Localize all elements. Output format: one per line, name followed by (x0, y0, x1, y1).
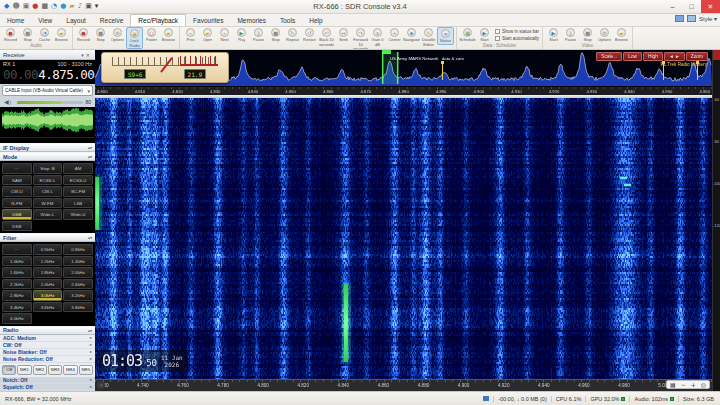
mode-button-am[interactable]: AM (63, 163, 93, 174)
zoom-in-icon[interactable]: + (689, 381, 698, 388)
section-radio[interactable]: Radio▴▾ (0, 326, 95, 335)
nr-button-nr2[interactable]: NR2 (33, 365, 47, 375)
collapse-icon[interactable]: ▴▾ (88, 145, 92, 150)
mode-button-wide-l[interactable]: Wide-L (33, 209, 63, 220)
options-button[interactable]: ⚙Options (596, 27, 613, 43)
menu-tab-favourites[interactable]: Favourites (186, 15, 230, 26)
nr-button-nr3[interactable]: NR3 (48, 365, 62, 375)
volume-slider[interactable] (17, 101, 84, 104)
stop-button[interactable]: ■Stop (579, 27, 596, 43)
frequency-display[interactable]: 00.004.875.000 (3, 67, 92, 82)
mode-button-[interactable]: ··· (2, 163, 32, 174)
collapse-icon[interactable]: ▴▾ (88, 328, 92, 333)
filter-button-2-2khz[interactable]: 2.2kHz (2, 279, 32, 290)
nr-button-nr4[interactable]: NR4 (63, 365, 77, 375)
filter-button-1-0khz[interactable]: 1.0kHz (2, 256, 32, 267)
spectrum-button-[interactable]: ◄ ► (664, 52, 685, 61)
layout-two-icon[interactable] (687, 15, 696, 22)
record-button[interactable]: ●Record (2, 27, 19, 43)
play-button[interactable]: ▶Play (233, 27, 250, 43)
browse-button[interactable]: ▰Browse (160, 27, 177, 43)
waterfall-frequency-scale[interactable]: 4.7204.7404.7604.7804.8004.8204.8404.860… (95, 379, 712, 391)
mode-button-usb[interactable]: USB (2, 209, 32, 220)
waterfall-intensity-scale[interactable]: -60-80-100-120 (712, 50, 720, 391)
stop-button[interactable]: ■Stop (267, 27, 284, 43)
minimize-button[interactable]: – (663, 0, 682, 13)
menu-tab-rec-playback[interactable]: Rec/Playback (130, 14, 186, 26)
stop-button[interactable]: ■Stop (92, 27, 109, 43)
mode-button-w-fm[interactable]: W-FM (33, 198, 63, 209)
filter-button-1-6khz[interactable]: 1.6kHz (2, 267, 32, 278)
center-button[interactable]: +Center (386, 27, 403, 43)
grid-icon[interactable]: ▦ (668, 381, 678, 388)
nr-button-nr1[interactable]: NR1 (17, 365, 31, 375)
panel-header-icons[interactable]: ▾✕ (81, 52, 92, 58)
history-icon[interactable]: ◔ (97, 381, 105, 389)
radio-row-agc-medium[interactable]: AGC: Medium▸ (0, 335, 95, 342)
browse-button[interactable]: ▰Browse (53, 27, 70, 43)
start-button[interactable]: ▶Start (545, 27, 562, 43)
section-if-display[interactable]: IF Display▴▾ (0, 143, 95, 152)
mode-button-cw-u[interactable]: CW-U (2, 186, 32, 197)
spectrum-button-scale[interactable]: Scale... (596, 52, 622, 61)
spectrum-frequency-scale[interactable]: 4.8004.8104.8204.8304.8404.8504.8604.870… (95, 86, 712, 95)
filter-button-3-0khz[interactable]: 3.0kHz (33, 290, 63, 301)
prev-button[interactable]: «Prev (182, 27, 199, 43)
menu-tab-receive[interactable]: Receive (93, 15, 130, 26)
seek-button[interactable]: ↔Seek (335, 27, 352, 43)
gain-0-db-button[interactable]: ±Gain 0 dB (369, 27, 386, 47)
mode-button-step-b[interactable]: Step: B (33, 163, 63, 174)
target-icon[interactable]: ◎ (699, 381, 708, 388)
radio-row-squelch-off[interactable]: Squelch: Off▸ (0, 384, 95, 391)
pause-button[interactable]: ‖Pause (562, 27, 579, 43)
filter-button-3-2khz[interactable]: 3.2kHz (63, 290, 93, 301)
schedule-button[interactable]: ▦Schedule (459, 27, 476, 43)
filter-button-3-4khz[interactable]: 3.4kHz (2, 302, 32, 313)
mode-button-ecss-l[interactable]: ECSS-L (33, 175, 63, 186)
filter-button-1-8khz[interactable]: 1.8kHz (33, 267, 63, 278)
waterfall[interactable]: 01:0350 11 Jan2026 (95, 98, 712, 379)
options-button[interactable]: ⚙Options (109, 27, 126, 43)
status-button[interactable]: ≡Status (437, 27, 454, 45)
filter-button-2-8khz[interactable]: 2.8kHz (2, 290, 32, 301)
record-button[interactable]: ●Record (75, 27, 92, 43)
menu-tab-help[interactable]: Help (302, 15, 329, 26)
filter-button-[interactable]: ··· (2, 244, 32, 255)
mode-button-cw-l[interactable]: CW-L (33, 186, 63, 197)
waterfall-canvas[interactable] (95, 98, 712, 379)
filter-button-2-6khz[interactable]: 2.6kHz (63, 279, 93, 290)
forward-10-seconds-button[interactable]: ↷Forward 10 seconds (352, 27, 369, 50)
repeat-button[interactable]: ↻Repeat (284, 27, 301, 43)
collapse-icon[interactable]: ▴▾ (88, 154, 92, 159)
filter-button-2-0khz[interactable]: 2.0kHz (63, 267, 93, 278)
nr-button-off[interactable]: Off (2, 365, 16, 375)
mode-button-n-fm[interactable]: N-FM (2, 198, 32, 209)
close-button[interactable]: ✕ (701, 0, 720, 13)
filter-button-2-4khz[interactable]: 2.4kHz (33, 279, 63, 290)
filter-button-1-2khz[interactable]: 1.2kHz (33, 256, 63, 267)
pause-button[interactable]: ‖Pause (250, 27, 267, 43)
datafile-editor-button[interactable]: ✎Datafile Editor (420, 27, 437, 47)
mode-button-bc-fm[interactable]: BC-FM (63, 186, 93, 197)
layout-one-icon[interactable] (675, 15, 684, 22)
spectrum-button-high[interactable]: High (643, 52, 663, 61)
radio-row-notch-off[interactable]: Notch: Off▸ (0, 377, 95, 384)
collapse-icon[interactable]: ▴▾ (88, 235, 92, 240)
filter-button-3-6khz[interactable]: 3.6kHz (33, 302, 63, 313)
spectrum-button-low[interactable]: Low (623, 52, 642, 61)
menu-tab-layout[interactable]: Layout (59, 15, 93, 26)
filter-button-0-8khz[interactable]: 0.8kHz (63, 244, 93, 255)
mode-button-dsb[interactable]: DSB (2, 221, 32, 232)
power-button[interactable]: ○Power (143, 27, 160, 43)
browse-button[interactable]: ▰Browse (613, 27, 630, 43)
navigator-button[interactable]: ◈Navigator (403, 27, 420, 43)
mode-button-wide-u[interactable]: Wide-U (63, 209, 93, 220)
cache-button[interactable]: ◔Cache (36, 27, 53, 43)
speaker-icon[interactable]: ◀） (4, 98, 15, 107)
audio-device-select[interactable]: CABLE Input (VB-Audio Virtual Cable)▾ (2, 85, 93, 96)
mode-button-ecss-u[interactable]: ECSS-U (63, 175, 93, 186)
checkbox-show-in-status-bar[interactable]: Show in status bar (495, 29, 539, 34)
lock-radio-button[interactable]: ▣Lock Radio (126, 27, 143, 49)
next-button[interactable]: »Next (216, 27, 233, 43)
style-dropdown[interactable]: Style ▾ (699, 15, 717, 22)
